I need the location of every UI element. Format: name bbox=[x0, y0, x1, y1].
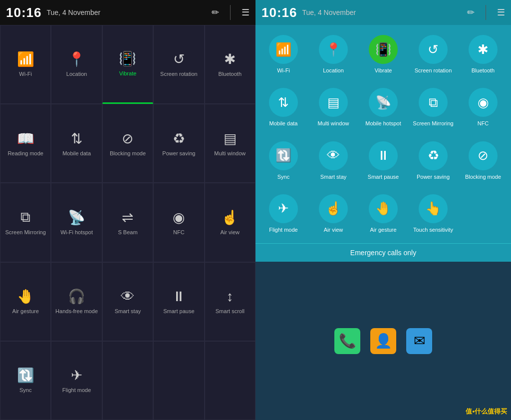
right-tile-label-airgesture: Air gesture bbox=[370, 226, 396, 233]
bottom-dock: 📞 👤 ✉ bbox=[256, 262, 511, 420]
left-tile-wifihotspot[interactable]: 📡Wi-Fi hotspot bbox=[51, 183, 102, 262]
right-tile-wifi[interactable]: 📶Wi-Fi bbox=[259, 29, 307, 80]
left-tile-powersaving[interactable]: ♻Power saving bbox=[153, 104, 204, 183]
rotate-circle-icon: ↺ bbox=[419, 35, 448, 64]
right-tile-smartpause[interactable]: ⏸Smart pause bbox=[359, 135, 407, 186]
left-tile-sync[interactable]: 🔃Sync bbox=[0, 341, 51, 420]
tile-label-smartstay: Smart stay bbox=[115, 308, 141, 315]
location-icon: 📍 bbox=[68, 51, 85, 67]
left-tile-location[interactable]: 📍Location bbox=[51, 25, 102, 104]
emergency-bar: Emergency calls only bbox=[256, 243, 511, 262]
tile-label-smartpause: Smart pause bbox=[163, 308, 194, 315]
left-tile-sbeam[interactable]: ⇌S Beam bbox=[102, 183, 153, 262]
sbeam-icon: ⇌ bbox=[122, 209, 133, 226]
dock-phone-icon[interactable]: 📞 bbox=[334, 328, 360, 354]
flight-icon: ✈ bbox=[71, 367, 82, 384]
left-time: 10:16 bbox=[6, 5, 42, 20]
left-tile-readingmode[interactable]: 📖Reading mode bbox=[0, 104, 51, 183]
right-tile-label-wifi: Wi-Fi bbox=[277, 67, 290, 74]
mobiledata-icon: ⇅ bbox=[71, 130, 82, 147]
left-tile-flightmode[interactable]: ✈Flight mode bbox=[51, 341, 102, 420]
airview-circle-icon: ☝ bbox=[319, 194, 348, 223]
smartpause-circle-icon: ⏸ bbox=[369, 141, 398, 170]
left-tile-mobiledata[interactable]: ⇅Mobile data bbox=[51, 104, 102, 183]
right-tile-vibrate[interactable]: 📳Vibrate bbox=[359, 29, 407, 80]
left-tile-smartpause[interactable]: ⏸Smart pause bbox=[153, 262, 204, 341]
left-status-bar: 10:16 Tue, 4 November ✏ ☰ bbox=[0, 0, 256, 25]
left-tile-empty3 bbox=[205, 341, 256, 420]
bluetooth-circle-icon: ✱ bbox=[469, 35, 498, 64]
right-tile-label-nfc: NFC bbox=[478, 120, 489, 127]
tile-label-blockingmode: Blocking mode bbox=[110, 150, 146, 157]
tile-label-sbeam: S Beam bbox=[118, 229, 137, 236]
right-tile-powersaving[interactable]: ♻Power saving bbox=[409, 135, 457, 186]
left-tile-handsfreemode[interactable]: 🎧Hands-free mode bbox=[51, 262, 102, 341]
tile-label-flightmode: Flight mode bbox=[62, 387, 91, 394]
right-time: 10:16 bbox=[261, 5, 297, 20]
airgesture-icon: 🤚 bbox=[17, 288, 34, 305]
left-tile-vibrate[interactable]: 📳Vibrate bbox=[102, 25, 153, 104]
right-tile-label-flightmode: Flight mode bbox=[269, 226, 297, 233]
vibrate-icon: 📳 bbox=[119, 50, 136, 67]
right-tile-location[interactable]: 📍Location bbox=[309, 29, 357, 80]
smartscroll-icon: ↕ bbox=[227, 289, 234, 305]
blocking-icon: ⊘ bbox=[122, 130, 133, 147]
left-tile-bluetooth[interactable]: ✱Bluetooth bbox=[205, 25, 256, 104]
tile-label-wifihotspot: Wi-Fi hotspot bbox=[60, 229, 93, 236]
left-tile-smartscroll[interactable]: ↕Smart scroll bbox=[205, 262, 256, 341]
dock-contacts-icon[interactable]: 👤 bbox=[370, 328, 396, 354]
left-tile-multiwindow[interactable]: ▤Multi window bbox=[205, 104, 256, 183]
sync-circle-icon: 🔃 bbox=[269, 141, 298, 170]
smartstay-icon: 👁 bbox=[121, 288, 135, 305]
wifihotspot-circle-icon: 📡 bbox=[369, 88, 398, 117]
tile-label-vibrate: Vibrate bbox=[119, 70, 137, 77]
left-tile-empty1 bbox=[102, 341, 153, 420]
left-tile-nfc[interactable]: ◉NFC bbox=[153, 183, 204, 262]
tile-label-screenmirroring: Screen Mirroring bbox=[5, 229, 46, 236]
right-status-icons: ✏ ☰ bbox=[467, 5, 505, 20]
tile-label-handsfreemode: Hands-free mode bbox=[55, 308, 98, 315]
right-tile-label-screenrotation: Screen rotation bbox=[415, 67, 452, 74]
rotate-icon: ↺ bbox=[173, 51, 185, 67]
bluetooth-icon: ✱ bbox=[224, 51, 236, 67]
left-tile-screenmirroring[interactable]: ⧉Screen Mirroring bbox=[0, 183, 51, 262]
right-tile-screenmirroring[interactable]: ⧉Screen Mirroring bbox=[409, 82, 457, 133]
left-tile-airgesture[interactable]: 🤚Air gesture bbox=[0, 262, 51, 341]
left-tile-airview[interactable]: ☝Air view bbox=[205, 183, 256, 262]
right-tile-label-multiwindow: Multi window bbox=[318, 120, 349, 127]
tile-label-bluetooth: Bluetooth bbox=[219, 70, 242, 77]
right-tile-label-powersaving: Power saving bbox=[417, 173, 450, 180]
right-tile-bluetooth[interactable]: ✱Bluetooth bbox=[459, 29, 507, 80]
right-tile-sync[interactable]: 🔃Sync bbox=[259, 135, 307, 186]
tile-label-nfc: NFC bbox=[173, 229, 185, 236]
right-tile-flightmode[interactable]: ✈Flight mode bbox=[259, 188, 307, 239]
wifi-circle-icon: 📶 bbox=[269, 35, 298, 64]
dock-messages-icon[interactable]: ✉ bbox=[406, 328, 432, 354]
multiwindow-circle-icon: ▤ bbox=[319, 88, 348, 117]
right-tile-nfc[interactable]: ◉NFC bbox=[459, 82, 507, 133]
nfc-circle-icon: ◉ bbox=[469, 88, 498, 117]
right-tile-touchsensitivity[interactable]: 👆Touch sensitivity bbox=[409, 188, 457, 239]
left-tile-smartstay[interactable]: 👁Smart stay bbox=[102, 262, 153, 341]
right-tile-label-bluetooth: Bluetooth bbox=[472, 67, 495, 74]
right-tile-multiwindow[interactable]: ▤Multi window bbox=[309, 82, 357, 133]
left-tile-wifi[interactable]: 📶Wi-Fi bbox=[0, 25, 51, 104]
right-tile-smartstay[interactable]: 👁Smart stay bbox=[309, 135, 357, 186]
tile-label-screenrotation: Screen rotation bbox=[160, 70, 198, 77]
vibrate-circle-icon: 📳 bbox=[369, 35, 398, 64]
right-tile-screenrotation[interactable]: ↺Screen rotation bbox=[409, 29, 457, 80]
right-tile-mobilehotspot[interactable]: 📡Mobile hotspot bbox=[359, 82, 407, 133]
left-tile-blockingmode[interactable]: ⊘Blocking mode bbox=[102, 104, 153, 183]
right-tile-airview[interactable]: ☝Air view bbox=[309, 188, 357, 239]
right-tile-airgesture[interactable]: 🤚Air gesture bbox=[359, 188, 407, 239]
touchsens-circle-icon: 👆 bbox=[419, 194, 448, 223]
pencil-icon-right: ✏ bbox=[467, 7, 475, 18]
right-tile-blockingmode[interactable]: ⊘Blocking mode bbox=[459, 135, 507, 186]
left-tile-screenrotation[interactable]: ↺Screen rotation bbox=[153, 25, 204, 104]
right-tile-label-vibrate: Vibrate bbox=[375, 67, 392, 74]
right-tile-mobiledata[interactable]: ⇅Mobile data bbox=[259, 82, 307, 133]
wifihotspot-icon: 📡 bbox=[68, 209, 85, 226]
blocking-circle-icon: ⊘ bbox=[469, 141, 498, 170]
left-date: Tue, 4 November bbox=[47, 8, 101, 16]
pencil-icon: ✏ bbox=[212, 7, 219, 18]
